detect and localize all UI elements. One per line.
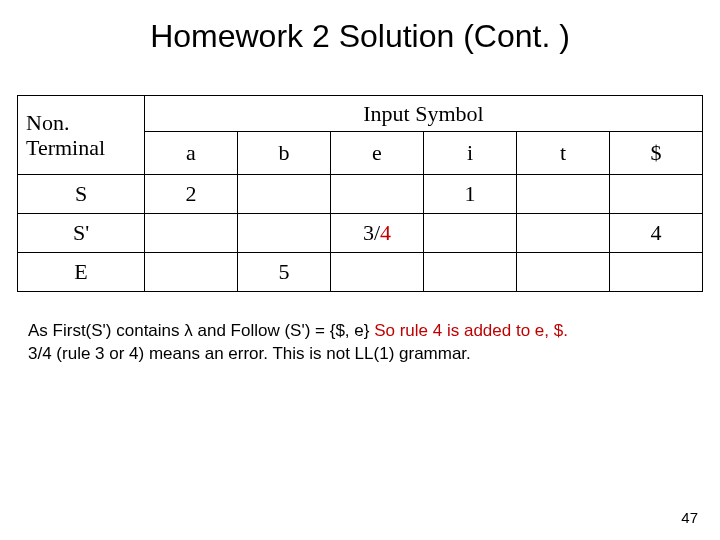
cell-Sp-e: 3/4 xyxy=(331,214,424,253)
table-row: S 2 1 xyxy=(18,175,703,214)
cell-S-i: 1 xyxy=(424,175,517,214)
cell-E-b: 5 xyxy=(238,253,331,292)
header-nt-line2: Terminal xyxy=(26,135,105,160)
col-b: b xyxy=(238,132,331,175)
explanation-text: As First(S') contains λ and Follow (S') … xyxy=(0,292,720,366)
cell-Sp-t xyxy=(517,214,610,253)
cell-S-e xyxy=(331,175,424,214)
cell-S-a: 2 xyxy=(145,175,238,214)
cell-Sp-b xyxy=(238,214,331,253)
col-a: a xyxy=(145,132,238,175)
page-number: 47 xyxy=(681,509,698,526)
cell-E-t xyxy=(517,253,610,292)
note-line1b: So rule 4 is added to e, $. xyxy=(374,321,568,340)
cell-E-dollar xyxy=(610,253,703,292)
col-dollar: $ xyxy=(610,132,703,175)
cell-Sp-a xyxy=(145,214,238,253)
parse-table: Non. Terminal Input Symbol a b e i t $ S… xyxy=(17,95,703,292)
header-nonterminal: Non. Terminal xyxy=(18,96,145,175)
note-line1a: As First(S') contains λ and Follow (S') … xyxy=(28,321,374,340)
note-line2: 3/4 (rule 3 or 4) means an error. This i… xyxy=(28,344,471,363)
cell-E-e xyxy=(331,253,424,292)
row-label-Sp: S' xyxy=(18,214,145,253)
cell-S-b xyxy=(238,175,331,214)
cell-E-i xyxy=(424,253,517,292)
cell-Sp-e-err: 4 xyxy=(380,220,391,245)
table-row: S' 3/4 4 xyxy=(18,214,703,253)
cell-S-dollar xyxy=(610,175,703,214)
col-t: t xyxy=(517,132,610,175)
cell-Sp-dollar: 4 xyxy=(610,214,703,253)
col-i: i xyxy=(424,132,517,175)
cell-E-a xyxy=(145,253,238,292)
col-e: e xyxy=(331,132,424,175)
cell-Sp-e-pre: 3/ xyxy=(363,220,380,245)
row-label-S: S xyxy=(18,175,145,214)
row-label-E: E xyxy=(18,253,145,292)
slide-title: Homework 2 Solution (Cont. ) xyxy=(0,0,720,95)
cell-S-t xyxy=(517,175,610,214)
cell-Sp-i xyxy=(424,214,517,253)
header-nt-line1: Non. xyxy=(26,110,69,135)
header-input-symbol: Input Symbol xyxy=(145,96,703,132)
table-row: E 5 xyxy=(18,253,703,292)
